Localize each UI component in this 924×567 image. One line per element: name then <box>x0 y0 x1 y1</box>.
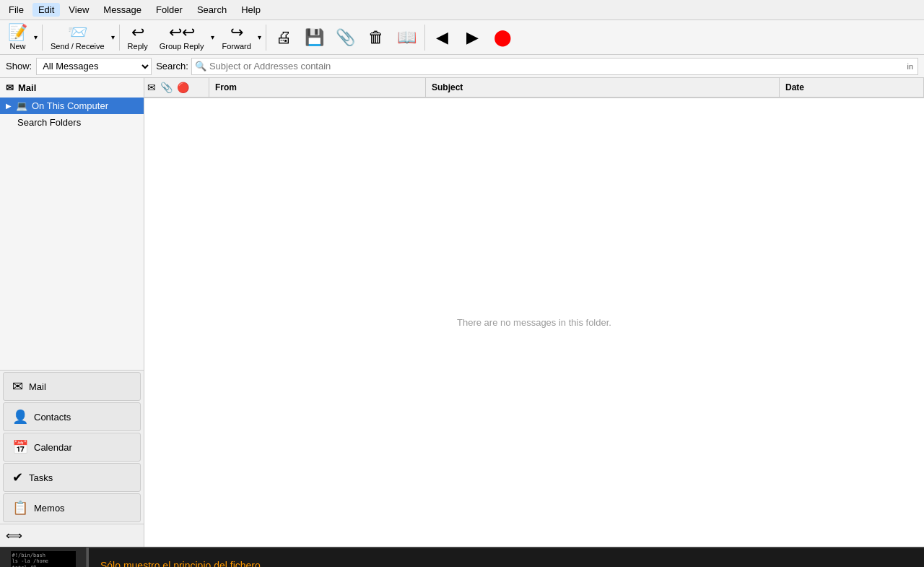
reply-button[interactable]: ↩ Reply <box>123 22 153 53</box>
forward-nav-button[interactable]: ▶ <box>458 27 487 48</box>
search-input[interactable] <box>209 61 902 72</box>
save-icon: 💾 <box>305 30 324 46</box>
empty-message: There are no messages in this folder. <box>144 98 924 547</box>
attachment-button[interactable]: 📎 <box>331 27 360 48</box>
save-button[interactable]: 💾 <box>300 27 329 48</box>
group-reply-dropdown[interactable]: ▾ <box>209 33 216 41</box>
sidebar-search-folders[interactable]: Search Folders <box>0 114 144 131</box>
search-label: Search: <box>156 61 188 72</box>
read-status-icon[interactable]: ✉ <box>147 82 156 93</box>
show-select[interactable]: All MessagesUnread MessagesActive Thread… <box>36 58 152 75</box>
taskbar-thumbnail[interactable]: #!/bin/bash ls -la /home total 48 drwxr-… <box>0 547 87 567</box>
reply-icon: ↩ <box>131 25 144 40</box>
col-icons-header: ✉ 📎 🔴 <box>144 78 209 97</box>
address-book-icon: 📖 <box>397 30 417 46</box>
stop-icon: ⬤ <box>494 30 512 46</box>
nav-tasks[interactable]: ✔ Tasks <box>3 463 141 492</box>
nav-mail[interactable]: ✉ Mail <box>3 372 141 401</box>
priority-col-icon[interactable]: 🔴 <box>177 82 189 93</box>
delete-icon: 🗑 <box>368 30 384 46</box>
attachment-icon: 📎 <box>336 30 355 46</box>
forward-button[interactable]: ↪ Forward <box>217 22 256 53</box>
menu-help[interactable]: Help <box>235 3 266 17</box>
date-column-header[interactable]: Date <box>780 78 924 97</box>
group-reply-button[interactable]: ↩↩ Group Reply <box>154 22 209 53</box>
sidebar-on-this-computer[interactable]: ▶ 💻 On This Computer <box>0 98 144 114</box>
send-receive-dropdown[interactable]: ▾ <box>110 33 116 41</box>
contacts-book-button[interactable]: 📖 <box>392 27 422 48</box>
sep-4 <box>424 25 425 51</box>
menubar: File Edit View Message Folder Search Hel… <box>0 0 924 20</box>
delete-button[interactable]: 🗑 <box>362 27 391 48</box>
search-magnifier-icon: 🔍 <box>195 61 206 72</box>
stop-button[interactable]: ⬤ <box>489 27 518 48</box>
toolbar: 📝 New ▾ 📨 Send / Receive ▾ ↩ Reply ↩↩ Gr… <box>0 20 924 55</box>
group-reply-group: ↩↩ Group Reply ▾ <box>154 22 216 53</box>
new-button-group: 📝 New ▾ <box>3 22 39 53</box>
forward-nav-icon: ▶ <box>466 30 479 46</box>
sidebar-bottom: ✉ Mail 👤 Contacts 📅 Calendar ✔ Tasks 📋 M… <box>0 370 144 547</box>
menu-folder[interactable]: Folder <box>150 3 188 17</box>
sidebar-resize-icon[interactable]: ⟺ <box>6 529 22 542</box>
computer-icon: 💻 <box>16 100 27 111</box>
mini-terminal: #!/bin/bash ls -la /home total 48 drwxr-… <box>11 551 76 567</box>
contacts-nav-icon: 👤 <box>12 409 28 425</box>
sidebar-footer: ⟺ <box>0 524 144 547</box>
search-in-button[interactable]: in <box>905 62 915 71</box>
nav-memos[interactable]: 📋 Memos <box>3 493 141 522</box>
new-icon: 📝 <box>8 25 27 40</box>
forward-icon: ↪ <box>230 25 243 40</box>
mail-header-icon: ✉ <box>6 82 14 93</box>
sidebar-mail-header: ✉ Mail <box>0 78 144 98</box>
new-button[interactable]: 📝 New <box>3 22 32 53</box>
column-headers: ✉ 📎 🔴 From Subject Date <box>144 78 924 98</box>
message-area: ✉ 📎 🔴 From Subject Date There are no mes… <box>144 78 924 547</box>
send-receive-group: 📨 Send / Receive ▾ <box>45 22 116 53</box>
taskbar: #!/bin/bash ls -la /home total 48 drwxr-… <box>0 547 924 567</box>
memos-nav-icon: 📋 <box>12 500 28 516</box>
nav-contacts[interactable]: 👤 Contacts <box>3 402 141 431</box>
subject-column-header[interactable]: Subject <box>426 78 780 97</box>
show-label: Show: <box>6 61 32 72</box>
from-column-header[interactable]: From <box>209 78 426 97</box>
sep-2 <box>119 25 120 51</box>
forward-dropdown[interactable]: ▾ <box>256 33 263 41</box>
print-icon: 🖨 <box>276 30 292 46</box>
tasks-nav-icon: ✔ <box>12 469 23 485</box>
expand-arrow-icon: ▶ <box>6 102 12 110</box>
taskbar-message-text: Sólo muestro el principio del fichero <box>89 560 924 567</box>
menu-search[interactable]: Search <box>191 3 232 17</box>
send-receive-button[interactable]: 📨 Send / Receive <box>45 22 110 53</box>
group-reply-icon: ↩↩ <box>169 25 195 40</box>
sidebar: ✉ Mail ▶ 💻 On This Computer Search Folde… <box>0 78 144 547</box>
back-button[interactable]: ◀ <box>428 27 457 48</box>
menu-message[interactable]: Message <box>97 3 147 17</box>
nav-calendar[interactable]: 📅 Calendar <box>3 433 141 462</box>
attachment-col-icon[interactable]: 📎 <box>160 82 173 93</box>
main-layout: ✉ Mail ▶ 💻 On This Computer Search Folde… <box>0 78 924 547</box>
sep-1 <box>42 25 43 51</box>
back-icon: ◀ <box>436 30 448 46</box>
new-dropdown-arrow[interactable]: ▾ <box>32 33 39 41</box>
send-receive-icon: 📨 <box>68 25 87 40</box>
mail-nav-icon: ✉ <box>12 378 23 394</box>
search-bar: Search: 🔍 in <box>156 58 918 75</box>
search-input-wrapper: 🔍 in <box>191 58 918 75</box>
filter-bar: Show: All MessagesUnread MessagesActive … <box>0 55 924 78</box>
forward-group: ↪ Forward ▾ <box>217 22 263 53</box>
menu-file[interactable]: File <box>3 3 30 17</box>
print-button[interactable]: 🖨 <box>269 27 298 48</box>
menu-edit[interactable]: Edit <box>32 3 60 17</box>
calendar-nav-icon: 📅 <box>12 439 28 455</box>
sep-3 <box>266 25 266 51</box>
menu-view[interactable]: View <box>63 3 95 17</box>
